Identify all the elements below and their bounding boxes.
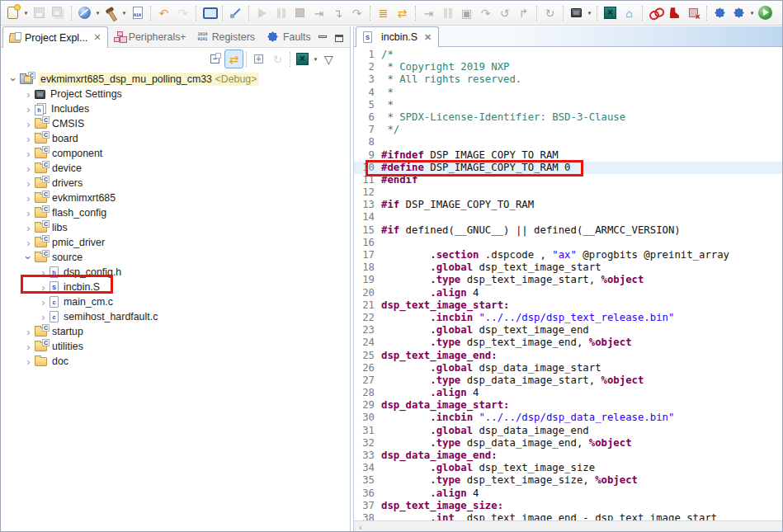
expand-twisty-icon[interactable]: › (22, 134, 35, 144)
code-line-36[interactable]: .align 4 (381, 487, 782, 500)
expand-twisty-icon[interactable]: › (22, 178, 35, 189)
code-line-6[interactable]: * SPDX-License-Identifier: BSD-3-Clause (381, 111, 782, 124)
suspend-button[interactable] (271, 3, 290, 22)
build-button-dropdown[interactable]: ▾ (120, 10, 128, 16)
line-number[interactable]: 22 (354, 312, 375, 324)
line-number[interactable]: 35 (354, 474, 375, 487)
maximize-button[interactable] (335, 35, 343, 42)
code-line-27[interactable]: .type dsp_data_image_start, %object (381, 374, 782, 387)
line-number[interactable]: 9 (354, 149, 375, 162)
code-line-26[interactable]: .global dsp_data_image_start (381, 362, 782, 374)
remove-launch-button[interactable] (684, 3, 703, 22)
code-line-35[interactable]: .type dsp_text_image_size, %object (381, 474, 782, 487)
code-line-18[interactable]: .global dsp_text_image_start (381, 261, 782, 274)
line-number[interactable]: 7 (354, 124, 375, 136)
expand-grid-button[interactable] (249, 49, 268, 68)
tree-item-cmsis[interactable]: ›CCMSIS (1, 116, 350, 131)
code-line-38[interactable]: .int dsp_text_image_end - dsp_text_image… (381, 512, 782, 520)
code-line-37[interactable]: dsp_text_image_size: (381, 500, 782, 512)
expand-twisty-icon[interactable]: › (22, 327, 35, 337)
collapse-twisty-icon[interactable]: › (23, 252, 34, 264)
code-line-24[interactable]: .type dsp_text_image_end, %object (381, 337, 782, 349)
line-number[interactable]: 36 (354, 487, 375, 500)
line-number[interactable]: 15 (354, 224, 375, 237)
code-line-4[interactable]: * (381, 87, 782, 99)
ide-x-button[interactable]: × (601, 3, 620, 22)
debug-led-button[interactable] (710, 3, 729, 22)
tree-item-evkmimxrt685-dsp-mu-polling-cm33[interactable]: ›Cevkmimxrt685_dsp_mu_polling_cm33 <Debu… (1, 72, 350, 87)
restart-button[interactable]: ↻ (540, 3, 559, 22)
code-line-25[interactable]: dsp_text_image_end: (381, 350, 782, 362)
code-lines[interactable]: /* * Copyright 2019 NXP * All rights res… (379, 47, 782, 520)
refresh-button[interactable]: ↻ (268, 49, 287, 68)
line-number[interactable]: 17 (354, 249, 375, 261)
flow-trace-button[interactable]: ⇄ (393, 3, 412, 22)
tree-item-source[interactable]: ›Csource (1, 250, 350, 265)
step-return-button[interactable]: ↷ (476, 3, 495, 22)
code-line-9[interactable]: #ifndef DSP_IMAGE_COPY_TO_RAM (381, 149, 782, 162)
expand-twisty-icon[interactable]: › (22, 208, 35, 219)
terminate-button[interactable] (290, 3, 309, 22)
expand-twisty-icon[interactable]: › (37, 297, 50, 308)
code-line-3[interactable]: * All rights reserved. (381, 73, 782, 86)
line-number[interactable]: 10 (354, 162, 375, 174)
code-line-22[interactable]: .incbin "../../dsp/dsp_text_release.bin" (381, 312, 782, 324)
code-line-33[interactable]: dsp_data_image_end: (381, 450, 782, 462)
disconnect-button[interactable]: ⇥ (309, 3, 328, 22)
line-number[interactable]: 34 (354, 462, 375, 474)
scroll-left-arrow[interactable]: ‹ (354, 522, 367, 532)
line-number[interactable]: 21 (354, 299, 375, 312)
tree-item-semihost-hardfault-c[interactable]: ›csemihost_hardfault.c (1, 309, 350, 324)
line-number[interactable]: 37 (354, 500, 375, 512)
editor-tab-incbin-s[interactable]: Sincbin.S✕ (356, 26, 439, 47)
code-line-29[interactable]: dsp_data_image_start: (381, 399, 782, 412)
expand-twisty-icon[interactable]: › (22, 104, 35, 115)
tree-item-project-settings[interactable]: ›Project Settings (1, 87, 350, 101)
expand-twisty-icon[interactable]: › (22, 119, 35, 129)
save-button[interactable] (30, 3, 49, 22)
collapse-twisty-icon[interactable]: › (8, 73, 19, 86)
expand-twisty-icon[interactable]: › (22, 356, 35, 367)
line-number[interactable]: 2 (354, 61, 375, 73)
line-number[interactable]: 26 (354, 362, 375, 374)
line-number[interactable]: 24 (354, 337, 375, 349)
line-number[interactable]: 18 (354, 261, 375, 274)
line-number[interactable]: 23 (354, 324, 375, 337)
tab-registers[interactable]: Registers (192, 26, 261, 47)
run-c-button[interactable] (756, 3, 775, 22)
target-chip-button-dropdown[interactable]: ▾ (586, 10, 593, 16)
tree-item-component[interactable]: ›Ccomponent (1, 146, 350, 161)
line-number[interactable]: 8 (354, 136, 375, 148)
line-number[interactable]: 6 (354, 111, 375, 124)
tree-item-utilities[interactable]: ›Cutilities (1, 339, 350, 354)
line-number[interactable]: 27 (354, 374, 375, 387)
code-line-11[interactable]: #endif (381, 174, 782, 186)
code-line-17[interactable]: .section .dspcode , "ax" @progbits @prei… (381, 249, 782, 261)
line-number[interactable]: 16 (354, 237, 375, 249)
ide-x-view-button-dropdown[interactable]: ▾ (312, 56, 319, 63)
redo-button[interactable]: ↷ (173, 3, 192, 22)
code-line-28[interactable]: .align 4 (381, 387, 782, 399)
debug-led-config-button[interactable] (729, 3, 748, 22)
line-number[interactable]: 30 (354, 412, 375, 424)
line-number[interactable]: 11 (354, 174, 375, 186)
tree-item-main-cm-c[interactable]: ›cmain_cm.c (1, 294, 350, 309)
link-with-editor-button[interactable]: ⇄ (224, 49, 243, 68)
tree-item-doc[interactable]: ›doc (1, 354, 350, 369)
code-line-5[interactable]: * (381, 99, 782, 111)
line-number[interactable]: 20 (354, 287, 375, 299)
debug-led-config-button-dropdown[interactable]: ▾ (748, 10, 756, 16)
expand-twisty-icon[interactable]: › (22, 238, 35, 248)
code-line-1[interactable]: /* (381, 49, 782, 61)
code-line-34[interactable]: .global dsp_text_image_size (381, 462, 782, 474)
tree-item-device[interactable]: ›Cdevice (1, 161, 350, 176)
expand-twisty-icon[interactable]: › (22, 223, 35, 233)
tree-item-drivers[interactable]: ›Cdrivers (1, 176, 350, 191)
tree-item-evkmimxrt685[interactable]: ›Cevkmimxrt685 (1, 191, 350, 205)
line-number[interactable]: 31 (354, 425, 375, 437)
new-wizard-button-dropdown[interactable]: ▾ (22, 10, 30, 16)
code-line-13[interactable]: #if DSP_IMAGE_COPY_TO_RAM (381, 199, 782, 211)
tree-item-libs[interactable]: ›Clibs (1, 220, 350, 235)
line-number[interactable]: 28 (354, 387, 375, 399)
show-execution-button[interactable]: ≣ (374, 3, 393, 22)
